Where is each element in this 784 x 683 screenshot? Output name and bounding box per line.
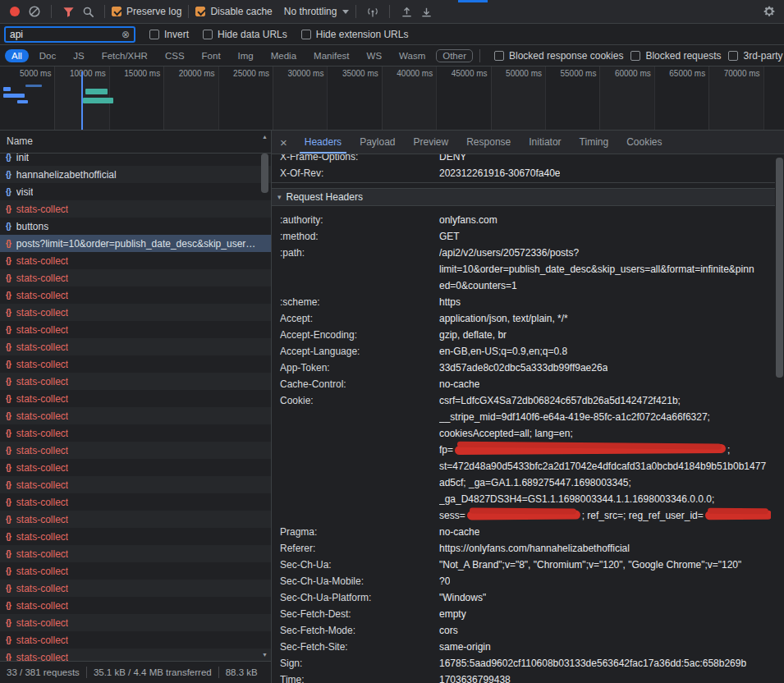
request-row[interactable]: {}stats-collect (0, 200, 271, 218)
request-list-viewport: {}init{}hannahelizabethofficial{}visit{}… (0, 154, 271, 661)
hide-extension-urls-checkbox[interactable]: Hide extension URLs (301, 29, 409, 40)
filter-toggle-button[interactable] (58, 2, 78, 21)
request-headers-section[interactable]: ▾ Request Headers (272, 188, 775, 206)
hide-data-urls-checkbox[interactable]: Hide data URLs (203, 29, 287, 40)
filter-pill-other[interactable]: Other (436, 49, 473, 62)
filter-pill-fetch-xhr[interactable]: Fetch/XHR (95, 49, 154, 62)
tab-initiator[interactable]: Initiator (524, 131, 566, 154)
request-row[interactable]: {}stats-collect (0, 252, 271, 269)
tab-preview[interactable]: Preview (409, 131, 454, 154)
request-row[interactable]: {}stats-collect (0, 286, 271, 304)
request-row[interactable]: {}stats-collect (0, 545, 271, 562)
close-details-icon[interactable]: × (280, 135, 287, 149)
summary-divider (218, 667, 219, 678)
throttling-select[interactable]: No throttling (284, 6, 350, 17)
search-button[interactable] (78, 2, 98, 21)
request-row[interactable]: {}stats-collect (0, 355, 271, 373)
transferred-size: 35.1 kB / 4.4 MB transferred (94, 667, 212, 677)
request-row[interactable]: {}visit (0, 183, 271, 200)
header-value: onlyfans.com (439, 212, 497, 228)
blocked-requests-checkbox[interactable]: Blocked requests (630, 50, 721, 62)
script-icon: {} (6, 601, 11, 610)
filter-pill-js[interactable]: JS (66, 49, 90, 62)
request-row[interactable]: {}stats-collect (0, 390, 271, 407)
network-conditions-button[interactable] (363, 2, 383, 21)
request-row[interactable]: {}posts?limit=10&order=publish_date_desc… (0, 235, 271, 252)
request-row[interactable]: {}stats-collect (0, 373, 271, 390)
timeline-tick-label: 45000 ms (432, 69, 488, 78)
request-name: stats-collect (16, 583, 68, 594)
filter-input[interactable]: api ⊗ (4, 26, 135, 43)
request-row[interactable]: {}stats-collect (0, 424, 271, 442)
request-name: hannahelizabethofficial (16, 169, 117, 181)
clear-button[interactable] (25, 2, 44, 21)
invert-checkbox[interactable]: Invert (149, 29, 189, 40)
request-row[interactable]: {}stats-collect (0, 649, 271, 661)
script-icon: {} (6, 256, 11, 265)
tab-payload[interactable]: Payload (355, 131, 400, 154)
filter-pill-css[interactable]: CSS (158, 49, 191, 62)
request-list-scrollbar[interactable]: ▲ ▼ (260, 132, 269, 659)
request-row[interactable]: {}hannahelizabethofficial (0, 166, 271, 183)
header-value: https://onlyfans.com/hannahelizabethoffi… (439, 540, 630, 557)
request-row[interactable]: {}stats-collect (0, 459, 271, 476)
request-row[interactable]: {}stats-collect (0, 562, 271, 580)
scrollbar-thumb[interactable] (261, 154, 268, 193)
timeline-overview[interactable]: 5000 ms10000 ms15000 ms20000 ms25000 ms3… (0, 66, 784, 131)
request-name: stats-collect (16, 548, 68, 560)
filter-pill-ws[interactable]: WS (360, 49, 389, 62)
tab-headers[interactable]: Headers (300, 131, 346, 154)
script-icon: {} (6, 291, 11, 300)
request-row[interactable]: {}stats-collect (0, 269, 271, 286)
preserve-log-checkbox[interactable]: Preserve log (112, 6, 181, 17)
details-scrollbar[interactable] (775, 156, 784, 683)
tab-timing[interactable]: Timing (575, 131, 614, 154)
settings-button[interactable] (759, 2, 779, 21)
timeline-tick-label: 65000 ms (649, 69, 705, 78)
header-row: :path:/api2/v2/users/20572336/posts?limi… (272, 245, 775, 294)
request-row[interactable]: {}stats-collect (0, 580, 271, 597)
request-row[interactable]: {}stats-collect (0, 407, 271, 424)
scrollbar-thumb[interactable] (776, 158, 783, 378)
disable-cache-checkbox[interactable]: Disable cache (195, 6, 272, 17)
header-row: Sec-Fetch-Dest:empty (272, 606, 775, 622)
filter-pill-font[interactable]: Font (195, 49, 227, 62)
third-party-requests-checkbox[interactable]: 3rd-party requests (728, 50, 784, 62)
devtools-network-panel: Preserve log Disable cache No throttling (0, 0, 784, 683)
request-details-panel: × HeadersPayloadPreviewResponseInitiator… (271, 131, 784, 683)
tab-cookies[interactable]: Cookies (621, 131, 667, 154)
clear-filter-icon[interactable]: ⊗ (121, 30, 130, 39)
script-icon: {} (6, 394, 11, 403)
request-row[interactable]: {}stats-collect (0, 304, 271, 321)
request-name: stats-collect (16, 428, 68, 439)
filter-pill-all[interactable]: All (5, 49, 29, 62)
request-row[interactable]: {}stats-collect (0, 528, 271, 545)
request-row[interactable]: {}stats-collect (0, 493, 271, 511)
timeline-tick-label: 25000 ms (213, 69, 269, 78)
request-row[interactable]: {}init (0, 154, 271, 166)
request-row[interactable]: {}stats-collect (0, 338, 271, 355)
name-column-header[interactable]: Name (0, 131, 271, 154)
request-row[interactable]: {}stats-collect (0, 321, 271, 338)
import-har-button[interactable] (416, 2, 436, 21)
record-button[interactable] (5, 2, 25, 21)
filter-pill-media[interactable]: Media (264, 49, 303, 62)
request-row[interactable]: {}stats-collect (0, 614, 271, 631)
filter-pill-wasm[interactable]: Wasm (392, 49, 432, 62)
filter-pill-doc[interactable]: Doc (33, 49, 62, 62)
filter-pill-img[interactable]: Img (232, 49, 260, 62)
request-row[interactable]: {}stats-collect (0, 597, 271, 614)
request-row[interactable]: {}stats-collect (0, 442, 271, 459)
export-har-button[interactable] (397, 2, 416, 21)
request-row[interactable]: {}stats-collect (0, 631, 271, 649)
scroll-up-icon[interactable]: ▲ (260, 134, 269, 140)
tab-response[interactable]: Response (461, 131, 516, 154)
filter-pill-manifest[interactable]: Manifest (307, 49, 355, 62)
request-row[interactable]: {}stats-collect (0, 511, 271, 528)
blocked-response-cookies-checkbox[interactable]: Blocked response cookies (494, 50, 623, 62)
scroll-down-icon[interactable]: ▼ (260, 652, 269, 658)
request-row[interactable]: {}buttons (0, 218, 271, 235)
requests-panel: Name {}init{}hannahelizabethofficial{}vi… (0, 131, 271, 683)
request-row[interactable]: {}stats-collect (0, 476, 271, 493)
header-row: Sec-Ch-Ua-Mobile:?0 (272, 573, 775, 589)
